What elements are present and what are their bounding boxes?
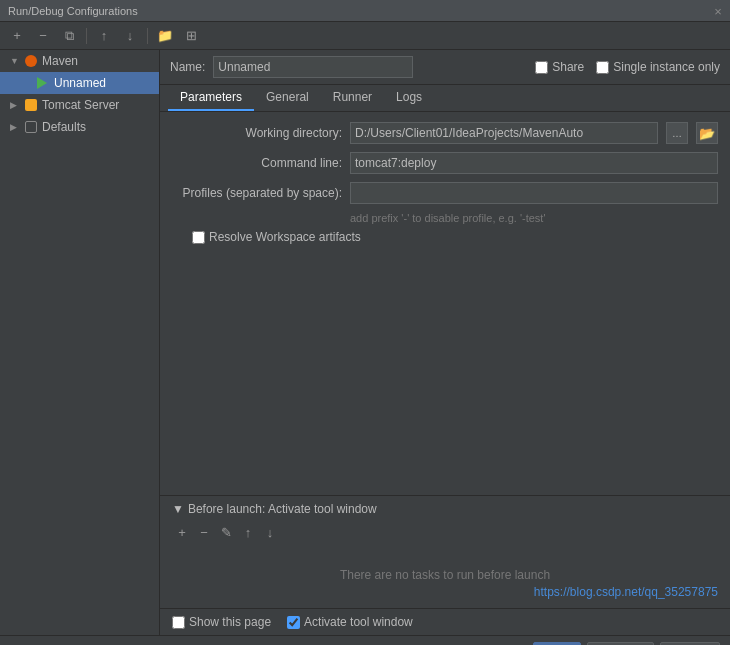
main-layout: ▼ Maven Unnamed ▶ Tomcat Server ▶ (0, 50, 730, 635)
expand-icon: ⊞ (186, 28, 197, 43)
sidebar-item-maven[interactable]: ▼ Maven (0, 50, 159, 72)
bl-edit-button[interactable]: ✎ (216, 522, 236, 542)
bl-add-button[interactable]: + (172, 522, 192, 542)
show-page-checkbox-label[interactable]: Show this page (172, 615, 271, 629)
resolve-label: Resolve Workspace artifacts (209, 230, 361, 244)
run-icon (36, 76, 50, 90)
toolbar-separator-2 (147, 28, 148, 44)
profiles-hint: add prefix '-' to disable profile, e.g. … (172, 212, 718, 224)
sidebar-item-unnamed[interactable]: Unnamed (0, 72, 159, 94)
activate-tool-window-label: Activate tool window (304, 615, 413, 629)
toolbar-separator (86, 28, 87, 44)
resolve-checkbox-label[interactable]: Resolve Workspace artifacts (192, 230, 361, 244)
arrow-down-icon: ↓ (127, 28, 134, 43)
move-up-button[interactable]: ↑ (93, 25, 115, 47)
main-toolbar: + − ⧉ ↑ ↓ 📁 ⊞ (0, 22, 730, 50)
add-icon: + (13, 28, 21, 43)
apply-button[interactable]: Apply (660, 642, 720, 646)
profiles-input[interactable] (350, 182, 718, 204)
activate-tool-window-checkbox[interactable] (287, 616, 300, 629)
folder-open-icon: 📂 (699, 126, 715, 141)
ok-button[interactable]: OK (533, 642, 580, 646)
close-button[interactable]: × (710, 3, 726, 19)
name-options: Share Single instance only (535, 60, 720, 74)
copy-icon: ⧉ (65, 28, 74, 44)
working-directory-label: Working directory: (172, 126, 342, 140)
copy-config-button[interactable]: ⧉ (58, 25, 80, 47)
bl-edit-icon: ✎ (221, 525, 232, 540)
bl-up-button[interactable]: ↑ (238, 522, 258, 542)
add-config-button[interactable]: + (6, 25, 28, 47)
tab-logs[interactable]: Logs (384, 85, 434, 111)
single-instance-label: Single instance only (613, 60, 720, 74)
bottom-right: OK Cancel Apply (533, 642, 720, 646)
tab-runner[interactable]: Runner (321, 85, 384, 111)
resolve-checkbox[interactable] (192, 231, 205, 244)
profiles-row: Profiles (separated by space): (172, 182, 718, 204)
name-row: Name: Share Single instance only (160, 50, 730, 85)
sidebar-label-maven: Maven (42, 54, 78, 68)
expand-unnamed-icon (22, 78, 32, 88)
sidebar-label-tomcat: Tomcat Server (42, 98, 119, 112)
before-launch-toolbar: + − ✎ ↑ ↓ (172, 522, 718, 542)
resolve-row: Resolve Workspace artifacts (172, 230, 718, 244)
content-panel: Name: Share Single instance only Paramet… (160, 50, 730, 635)
bl-minus-icon: − (200, 525, 208, 540)
activate-tool-window-checkbox-label[interactable]: Activate tool window (287, 615, 413, 629)
single-instance-checkbox-label[interactable]: Single instance only (596, 60, 720, 74)
share-checkbox[interactable] (535, 61, 548, 74)
working-directory-input[interactable] (350, 122, 658, 144)
sidebar-item-defaults[interactable]: ▶ Defaults (0, 116, 159, 138)
tabs-bar: Parameters General Runner Logs (160, 85, 730, 112)
expand-defaults-icon: ▶ (10, 122, 20, 132)
share-label: Share (552, 60, 584, 74)
sidebar-item-tomcat[interactable]: ▶ Tomcat Server (0, 94, 159, 116)
watermark: https://blog.csdp.net/qq_35257875 (534, 585, 718, 599)
arrow-up-icon: ↑ (101, 28, 108, 43)
bl-down-icon: ↓ (267, 525, 274, 540)
tomcat-icon (24, 98, 38, 112)
title-bar: Run/Debug Configurations × (0, 0, 730, 22)
expand-maven-icon: ▼ (10, 56, 20, 66)
bottom-bar: ? OK Cancel Apply (0, 635, 730, 645)
remove-config-button[interactable]: − (32, 25, 54, 47)
name-label: Name: (170, 60, 205, 74)
folder-button[interactable]: 📁 (154, 25, 176, 47)
before-launch-header: ▼ Before launch: Activate tool window (172, 502, 718, 516)
sidebar: ▼ Maven Unnamed ▶ Tomcat Server ▶ (0, 50, 160, 635)
bl-remove-button[interactable]: − (194, 522, 214, 542)
tab-parameters[interactable]: Parameters (168, 85, 254, 111)
sidebar-label-defaults: Defaults (42, 120, 86, 134)
command-line-label: Command line: (172, 156, 342, 170)
minus-icon: − (39, 28, 47, 43)
maven-icon (24, 54, 38, 68)
form-content: Working directory: … 📂 Command line: Pro… (160, 112, 730, 495)
before-launch-chevron: ▼ (172, 502, 184, 516)
ellipsis-icon: … (672, 128, 682, 139)
before-launch-title: Before launch: Activate tool window (188, 502, 377, 516)
sidebar-label-unnamed: Unnamed (54, 76, 106, 90)
single-instance-checkbox[interactable] (596, 61, 609, 74)
name-input[interactable] (213, 56, 413, 78)
browse-directory-button[interactable]: … (666, 122, 688, 144)
command-line-row: Command line: (172, 152, 718, 174)
title-bar-text: Run/Debug Configurations (8, 5, 138, 17)
bl-up-icon: ↑ (245, 525, 252, 540)
bl-add-icon: + (178, 525, 186, 540)
share-checkbox-label[interactable]: Share (535, 60, 584, 74)
cancel-button[interactable]: Cancel (587, 642, 654, 646)
expand-button[interactable]: ⊞ (180, 25, 202, 47)
folder-icon: 📁 (157, 28, 173, 43)
defaults-icon (24, 120, 38, 134)
tab-general[interactable]: General (254, 85, 321, 111)
move-down-button[interactable]: ↓ (119, 25, 141, 47)
command-line-input[interactable] (350, 152, 718, 174)
open-folder-button[interactable]: 📂 (696, 122, 718, 144)
show-page-checkbox[interactable] (172, 616, 185, 629)
bottom-checkboxes: Show this page Activate tool window (160, 608, 730, 635)
profiles-label: Profiles (separated by space): (172, 186, 342, 200)
show-page-label: Show this page (189, 615, 271, 629)
working-directory-row: Working directory: … 📂 (172, 122, 718, 144)
expand-tomcat-icon: ▶ (10, 100, 20, 110)
bl-down-button[interactable]: ↓ (260, 522, 280, 542)
